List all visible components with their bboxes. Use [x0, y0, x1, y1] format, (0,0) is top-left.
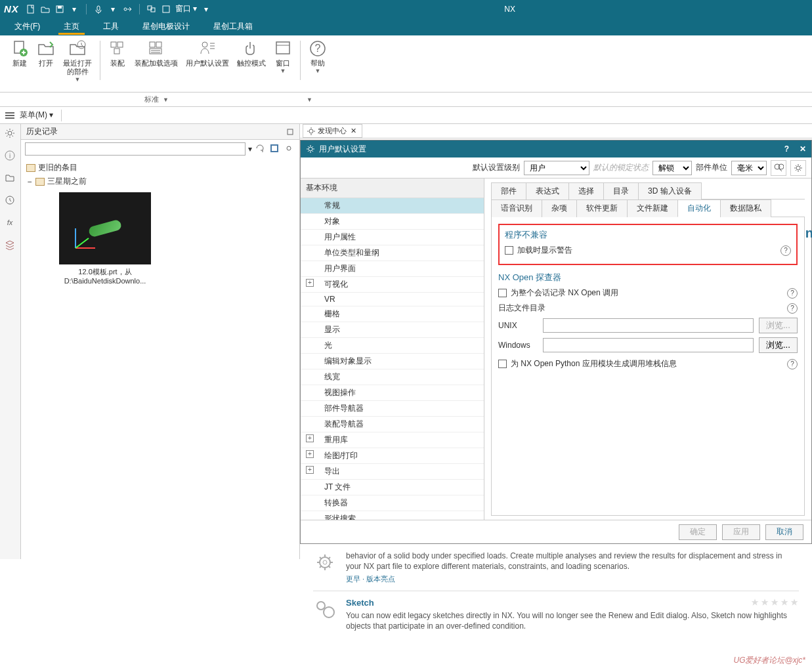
- layers-icon[interactable]: [5, 240, 16, 251]
- checkbox-python-stack[interactable]: [498, 360, 507, 368]
- tree-node[interactable]: JT 文件: [301, 480, 484, 495]
- tree-node[interactable]: VR: [301, 293, 484, 306]
- open-file-icon[interactable]: [40, 4, 51, 14]
- refresh-icon[interactable]: [255, 143, 267, 155]
- dropdown-icon[interactable]: ▼: [163, 96, 169, 103]
- ribbon-new[interactable]: 新建: [7, 38, 33, 92]
- save-icon[interactable]: [54, 4, 65, 14]
- tab[interactable]: 数据隐私: [720, 199, 771, 217]
- folder-icon[interactable]: [5, 173, 16, 184]
- unix-path-input[interactable]: [543, 318, 754, 333]
- tree-node[interactable]: 用户属性: [301, 230, 484, 245]
- gear-icon[interactable]: [284, 143, 295, 155]
- mic-icon[interactable]: [93, 4, 104, 14]
- tab[interactable]: 目录: [603, 182, 639, 199]
- tree-node[interactable]: 导出: [301, 464, 484, 480]
- history-thumbnail[interactable]: 12.0模板.prt，从 D:\BaiduNetdiskDownlo...: [53, 192, 158, 285]
- tab[interactable]: 表达式: [526, 182, 569, 199]
- tree-node[interactable]: 装配导航器: [301, 417, 484, 432]
- tree-node[interactable]: 转换器: [301, 495, 484, 511]
- menu-sc-toolbox[interactable]: 星创工具箱: [208, 18, 258, 35]
- menu-tools[interactable]: 工具: [98, 18, 124, 35]
- menu-file[interactable]: 文件(F): [9, 18, 45, 35]
- level-select[interactable]: 用户: [524, 161, 589, 175]
- tree-node[interactable]: 显示: [301, 322, 484, 338]
- discovery-center-tab[interactable]: 发现中心 ✕: [303, 124, 362, 138]
- tab[interactable]: 文件新建: [627, 199, 678, 217]
- search-input[interactable]: [25, 142, 246, 156]
- ribbon-recent[interactable]: 最近打开 的部件 ▼: [59, 38, 96, 92]
- dropdown-icon[interactable]: ▼: [315, 68, 321, 74]
- history-icon[interactable]: [5, 195, 16, 207]
- window-single-icon[interactable]: [161, 4, 171, 14]
- dropdown-icon[interactable]: ▾: [108, 4, 118, 14]
- menu-home[interactable]: 主页: [58, 18, 85, 35]
- overflow-icon[interactable]: ▾: [201, 4, 211, 14]
- tree-item-older[interactable]: 更旧的条目: [26, 161, 294, 175]
- dropdown-icon[interactable]: ▼: [280, 68, 286, 74]
- help-icon[interactable]: ?: [784, 144, 789, 154]
- tree-node[interactable]: 用户界面: [301, 261, 484, 277]
- windows-path-input[interactable]: [543, 338, 754, 352]
- tab[interactable]: 杂项: [542, 199, 577, 217]
- dropdown-icon[interactable]: ▼: [307, 96, 312, 103]
- apply-button[interactable]: 应用: [722, 524, 760, 540]
- unit-select[interactable]: 毫米: [731, 161, 767, 175]
- ok-button[interactable]: 确定: [679, 524, 717, 540]
- tree-node[interactable]: 形状搜索: [301, 511, 484, 520]
- settings-tree[interactable]: 基本环境 常规对象用户属性单位类型和量纲用户界面可视化VR栅格显示光编辑对象显示…: [301, 178, 484, 520]
- checkbox-record-session[interactable]: [498, 289, 507, 297]
- touch-icon[interactable]: [122, 4, 133, 14]
- tree-node[interactable]: 视图操作: [301, 385, 484, 401]
- dropdown-icon[interactable]: ▼: [75, 76, 81, 83]
- dropdown-icon[interactable]: ▾: [248, 144, 252, 154]
- search-button[interactable]: [771, 160, 786, 176]
- tree-node[interactable]: 对象: [301, 214, 484, 230]
- ribbon-window[interactable]: 窗口 ▼: [270, 38, 296, 92]
- tree-node[interactable]: 线宽: [301, 369, 484, 385]
- info-icon[interactable]: ?: [780, 245, 791, 256]
- tree-node[interactable]: 单位类型和量纲: [301, 245, 484, 261]
- tree-node[interactable]: 光: [301, 338, 484, 354]
- tab[interactable]: 3D 输入设备: [638, 182, 702, 199]
- ribbon-open[interactable]: 打开: [33, 38, 59, 92]
- tab[interactable]: 选择: [568, 182, 604, 199]
- close-icon[interactable]: ✕: [800, 144, 806, 154]
- view-icon[interactable]: [269, 143, 281, 155]
- menu-button[interactable]: 菜单(M) ▾: [17, 110, 56, 121]
- info-icon[interactable]: ?: [787, 359, 798, 369]
- ribbon-user-defaults[interactable]: 用户默认设置: [182, 38, 233, 92]
- info-icon[interactable]: ?: [787, 288, 798, 299]
- tab[interactable]: 自动化: [677, 199, 721, 217]
- tree-node[interactable]: 栅格: [301, 306, 484, 322]
- pin-icon[interactable]: [286, 128, 294, 136]
- info-icon[interactable]: ?: [787, 303, 798, 314]
- ribbon-assembly[interactable]: 装配: [104, 38, 131, 92]
- ribbon-help[interactable]: ? 帮助 ▼: [305, 38, 331, 92]
- lock-select[interactable]: 解锁: [652, 161, 692, 175]
- cancel-button[interactable]: 取消: [765, 524, 803, 540]
- rating-stars[interactable]: [750, 598, 799, 610]
- tree-node[interactable]: 编辑对象显示: [301, 354, 484, 369]
- browse-button-windows[interactable]: 浏览...: [759, 337, 798, 353]
- card-more-link[interactable]: 更早 · 版本亮点: [346, 574, 799, 584]
- tree-node[interactable]: 可视化: [301, 277, 484, 293]
- window-menu[interactable]: 窗口 ▾: [175, 3, 197, 14]
- tab[interactable]: 部件: [491, 182, 526, 199]
- tree-node[interactable]: 部件导航器: [301, 401, 484, 417]
- collapse-icon[interactable]: −: [26, 177, 33, 186]
- window-icon[interactable]: [146, 4, 157, 14]
- menu-sc-electrode[interactable]: 星创电极设计: [137, 18, 195, 35]
- checkbox-show-warning[interactable]: [505, 246, 513, 255]
- hamburger-icon[interactable]: [5, 112, 14, 119]
- gear-icon[interactable]: [5, 128, 16, 140]
- function-icon[interactable]: fx: [5, 217, 16, 229]
- tree-node[interactable]: 绘图/打印: [301, 448, 484, 464]
- dropdown-icon[interactable]: ▾: [69, 4, 79, 14]
- tree-item-three-weeks[interactable]: − 三星期之前: [26, 175, 294, 188]
- tab[interactable]: 软件更新: [576, 199, 628, 217]
- tree-node[interactable]: 常规: [301, 198, 484, 214]
- settings-button[interactable]: [790, 160, 806, 176]
- ribbon-assembly-options[interactable]: 装配加载选项: [131, 38, 182, 92]
- new-file-icon[interactable]: [26, 4, 36, 14]
